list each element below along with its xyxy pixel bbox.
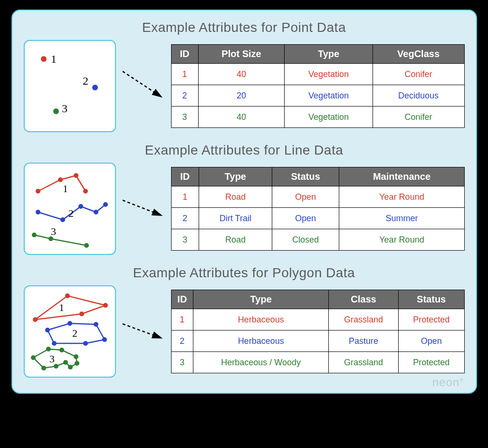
section-title-point: Example Attributes for Point Data: [24, 20, 465, 35]
table-row: 1RoadOpenYear Round: [171, 186, 464, 208]
col-type: Type: [199, 167, 272, 186]
attribute-table-line: ID Type Status Maintenance 1RoadOpenYear…: [171, 167, 465, 251]
section-point: Example Attributes for Point Data 1 2 3: [24, 20, 465, 132]
table-row: 1HerbaceousGrasslandProtected: [171, 309, 464, 331]
col-maint: Maintenance: [339, 167, 464, 186]
svg-point-35: [52, 341, 57, 346]
col-class: Class: [329, 290, 399, 309]
col-type: Type: [193, 290, 329, 309]
map-polygon: 1 2 3: [24, 285, 116, 378]
col-id: ID: [171, 290, 193, 309]
svg-point-7: [36, 189, 40, 194]
table-row: 220VegetationDeciduous: [171, 85, 464, 107]
section-title-line: Example Attributes for Line Data: [24, 143, 465, 158]
col-id: ID: [171, 167, 199, 186]
svg-text:2: 2: [83, 75, 88, 87]
svg-point-12: [36, 210, 40, 214]
svg-marker-23: [35, 296, 105, 320]
col-veg: VegClass: [373, 45, 464, 64]
table-row: 3Herbaceous / WoodyGrasslandProtected: [171, 352, 464, 373]
svg-text:1: 1: [63, 183, 68, 195]
col-id: ID: [171, 45, 198, 64]
svg-point-46: [41, 366, 46, 370]
svg-point-40: [59, 348, 64, 352]
svg-line-48: [123, 324, 162, 338]
col-plot: Plot Size: [198, 45, 285, 64]
svg-point-33: [102, 337, 107, 342]
table-row: 2Dirt TrailOpenSummer: [171, 208, 464, 229]
svg-point-43: [68, 365, 73, 370]
arrow-connector-icon: [123, 69, 165, 103]
svg-point-18: [32, 233, 37, 237]
svg-point-32: [94, 322, 98, 327]
svg-point-4: [53, 108, 59, 114]
svg-text:1: 1: [59, 302, 64, 313]
table-row: 140VegetationConifer: [171, 64, 464, 85]
svg-point-44: [63, 360, 68, 365]
svg-text:3: 3: [51, 225, 56, 237]
svg-point-16: [103, 202, 108, 207]
table-row: 3RoadClosedYear Round: [171, 229, 464, 251]
svg-point-14: [78, 204, 83, 209]
col-status: Status: [272, 167, 339, 186]
map-line: 1 2 3: [24, 163, 116, 255]
arrow-connector-icon: [123, 195, 165, 223]
svg-point-9: [74, 173, 78, 178]
svg-line-22: [123, 200, 162, 215]
section-line: Example Attributes for Line Data 1 2 3: [24, 143, 465, 255]
svg-point-31: [67, 321, 72, 326]
svg-point-27: [79, 312, 84, 316]
svg-point-0: [41, 56, 47, 62]
section-title-polygon: Example Attributes for Polygon Data: [24, 265, 465, 281]
section-polygon: Example Attributes for Polygon Data 1 2 …: [24, 265, 465, 378]
svg-point-24: [33, 317, 38, 322]
svg-point-41: [74, 354, 78, 359]
arrow-connector-icon: [123, 317, 165, 346]
svg-point-10: [83, 189, 88, 194]
table-row: 340VegetationConifer: [171, 107, 464, 128]
svg-point-2: [92, 85, 98, 90]
neon-logo: neon®: [432, 376, 464, 389]
col-status: Status: [398, 290, 464, 309]
svg-text:3: 3: [49, 353, 55, 365]
svg-point-20: [84, 243, 89, 248]
svg-point-26: [103, 303, 108, 308]
svg-point-30: [45, 328, 50, 332]
svg-point-34: [83, 341, 88, 346]
svg-text:3: 3: [62, 102, 67, 115]
map-point: 1 2 3: [24, 40, 116, 132]
table-row: 2HerbaceousPastureOpen: [171, 331, 464, 352]
svg-text:2: 2: [72, 327, 77, 339]
svg-point-39: [46, 347, 51, 351]
svg-point-15: [94, 210, 98, 214]
diagram-panel: Example Attributes for Point Data 1 2 3: [11, 10, 477, 394]
svg-text:2: 2: [68, 207, 74, 219]
svg-line-6: [123, 71, 162, 97]
attribute-table-polygon: ID Type Class Status 1HerbaceousGrasslan…: [171, 290, 465, 373]
col-type: Type: [285, 45, 373, 64]
svg-point-8: [58, 177, 63, 182]
svg-point-38: [31, 355, 36, 360]
svg-point-42: [75, 361, 79, 366]
svg-point-13: [60, 217, 65, 222]
attribute-table-point: ID Plot Size Type VegClass 140Vegetation…: [171, 44, 465, 128]
svg-text:1: 1: [51, 53, 57, 65]
svg-point-25: [65, 293, 70, 298]
